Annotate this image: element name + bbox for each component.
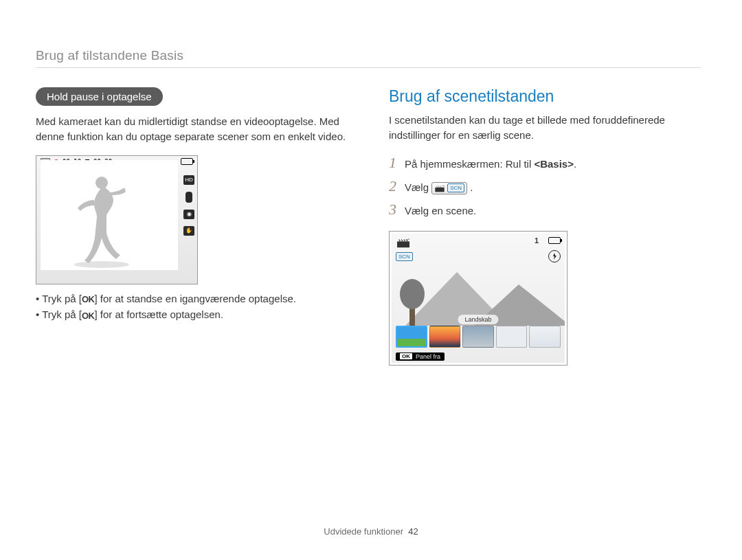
ok-key-icon: OK [82, 311, 95, 321]
bullet-suffix: ] for at standse en igangværende optagel… [94, 293, 296, 304]
scn-badge: SCN [396, 252, 413, 261]
content-columns: Hold pause i optagelse Med kameraet kan … [36, 87, 701, 366]
camera-screen-recording: 00:10 00:20 HD ◉ [36, 155, 198, 284]
footer-page-number: 42 [408, 526, 418, 537]
svg-point-3 [95, 177, 108, 189]
intro-paragraph-left: Med kameraet kan du midlertidigt standse… [36, 114, 348, 144]
bullet-suffix: ] for at fortsætte optagelsen. [94, 309, 223, 320]
step-text: Vælg SCN . [405, 181, 701, 194]
scene-name-label: Landskab [458, 315, 498, 324]
bullet-prefix: Tryk på [ [42, 293, 82, 304]
step-text-pre: På hjemmeskærmen: Rul til [405, 158, 534, 170]
bullet-resume: Tryk på [OK] for at fortsætte optagelsen… [36, 309, 348, 321]
shots-remaining: 1 [535, 236, 539, 245]
svg-rect-11 [397, 241, 409, 247]
scene-preview: SCN 1 [392, 234, 565, 363]
svg-point-4 [74, 261, 129, 268]
clapper-icon [434, 183, 445, 193]
mic-icon [186, 192, 192, 203]
scene-right-icons: 1 [535, 236, 561, 262]
heading-scene-mode: Brug af scenetilstanden [389, 87, 701, 106]
battery-icon [548, 237, 561, 244]
steady-icon: ✋ [183, 226, 194, 236]
scene-footer-hint: OK Panel fra [396, 352, 445, 361]
recording-side-icons: HD ◉ ✋ [183, 175, 194, 236]
step-3: 3 Vælg en scene. [389, 201, 701, 219]
section-rule [36, 67, 701, 68]
scn-badge: SCN [447, 183, 464, 192]
left-column: Hold pause i optagelse Med kameraet kan … [36, 87, 348, 366]
flash-off-icon [548, 250, 561, 262]
exposure-icon: ◉ [183, 210, 194, 219]
instruction-bullets: Tryk på [OK] for at standse en igangvære… [36, 293, 348, 321]
step-1: 1 På hjemmeskærmen: Rul til <Basis>. [389, 154, 701, 172]
subheading-pill: Hold pause i optagelse [36, 87, 163, 106]
camera-screen-scene: SCN 1 [389, 231, 567, 366]
scene-thumbnails [396, 326, 561, 348]
ok-key-icon: OK [400, 353, 412, 359]
svg-rect-5 [436, 187, 445, 192]
footer-section: Udvidede funktioner [324, 526, 403, 537]
svg-point-21 [400, 279, 425, 309]
step-2: 2 Vælg SCN . [389, 177, 701, 195]
step-text-bold: <Basis> [534, 158, 574, 170]
dancer-silhouette-icon [64, 172, 139, 269]
tree-icon [398, 275, 426, 328]
bullet-prefix: Tryk på [ [42, 309, 82, 320]
scene-thumb-sunset [429, 326, 461, 348]
hd-badge-icon: HD [183, 175, 194, 185]
recording-preview [41, 160, 178, 270]
scene-mode-indicator: SCN [396, 236, 413, 261]
scene-thumb-landscape [396, 326, 427, 348]
bullet-pause: Tryk på [OK] for at standse en igangvære… [36, 293, 348, 305]
step-number: 3 [389, 201, 396, 219]
intro-paragraph-right: I scenetilstanden kan du tage et billede… [389, 113, 701, 143]
breadcrumb: Brug af tilstandene Basis [36, 48, 701, 63]
right-column: Brug af scenetilstanden I scenetilstande… [389, 87, 701, 366]
scene-thumb-text [529, 326, 561, 348]
ok-key-icon: OK [82, 294, 95, 304]
battery-icon [181, 158, 193, 165]
scene-footer-text: Panel fra [416, 353, 440, 360]
step-number: 1 [389, 154, 396, 172]
page-footer: Udvidede funktioner 42 [0, 526, 742, 537]
step-number: 2 [389, 177, 396, 195]
scene-thumb-backlight [496, 326, 528, 348]
scene-mode-icon: SCN [431, 182, 467, 194]
clapper-icon [396, 236, 411, 249]
step-text: På hjemmeskærmen: Rul til <Basis>. [405, 158, 701, 170]
scene-topbar: SCN 1 [396, 236, 561, 262]
step-text-pre: Vælg [405, 181, 431, 193]
step-text-post: . [470, 181, 473, 193]
step-text: Vælg en scene. [405, 205, 701, 216]
scene-thumb-dawn [462, 326, 494, 348]
step-text-post: . [574, 158, 576, 170]
steps-list: 1 På hjemmeskærmen: Rul til <Basis>. 2 V… [389, 154, 701, 219]
